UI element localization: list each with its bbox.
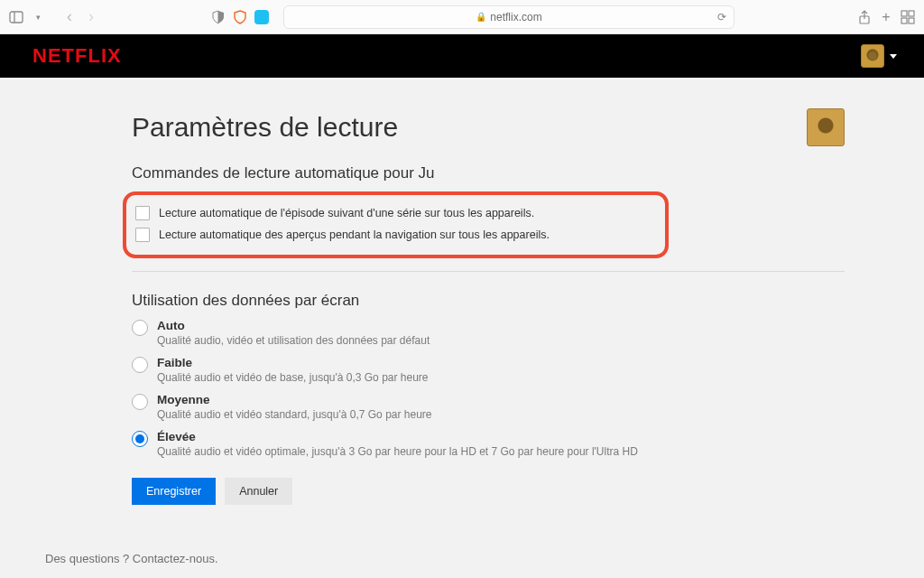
- lock-icon: 🔒: [476, 12, 486, 22]
- svg-rect-6: [909, 18, 914, 23]
- forward-button[interactable]: ›: [88, 7, 94, 26]
- svg-rect-3: [901, 11, 907, 16]
- shield-half-icon[interactable]: [211, 10, 226, 24]
- autoplay-highlight-box: Lecture automatique de l'épisode suivant…: [123, 191, 669, 258]
- avatar-icon: [861, 44, 884, 68]
- url-host: netflix.com: [490, 11, 541, 23]
- profile-menu[interactable]: [861, 44, 897, 68]
- page-body: Paramètres de lecture Commandes de lectu…: [0, 78, 924, 578]
- share-icon[interactable]: [857, 10, 872, 24]
- tabs-grid-icon[interactable]: [901, 10, 915, 24]
- autoplay-section-title: Commandes de lecture automatique pour Ju: [132, 164, 799, 182]
- radio-low-desc: Qualité audio et vidéo de base, jusqu'à …: [157, 371, 429, 384]
- netflix-logo[interactable]: NETFLIX: [32, 44, 122, 68]
- autoplay-next-episode-row[interactable]: Lecture automatique de l'épisode suivant…: [135, 202, 656, 224]
- extension-icon[interactable]: [254, 10, 269, 24]
- sidebar-icon[interactable]: [9, 10, 23, 24]
- radio-low[interactable]: [132, 357, 148, 373]
- radio-high-desc: Qualité audio et vidéo optimale, jusqu'à…: [157, 445, 638, 458]
- svg-rect-4: [909, 11, 914, 16]
- save-button[interactable]: Enregistrer: [132, 478, 216, 505]
- radio-medium[interactable]: [132, 394, 148, 410]
- autoplay-previews-label: Lecture automatique des aperçus pendant …: [159, 228, 550, 241]
- radio-medium-label: Moyenne: [157, 393, 432, 406]
- data-usage-option-high[interactable]: Élevée Qualité audio et vidéo optimale, …: [132, 430, 799, 458]
- profile-avatar-large: [807, 108, 845, 146]
- data-usage-option-auto[interactable]: Auto Qualité audio, vidéo et utilisation…: [132, 319, 799, 347]
- radio-high[interactable]: [132, 431, 148, 447]
- autoplay-next-episode-checkbox[interactable]: [135, 206, 150, 220]
- data-usage-option-low[interactable]: Faible Qualité audio et vidéo de base, j…: [132, 356, 799, 384]
- page-title: Paramètres de lecture: [132, 112, 799, 143]
- svg-rect-5: [901, 18, 907, 23]
- radio-medium-desc: Qualité audio et vidéo standard, jusqu'à…: [157, 408, 432, 421]
- data-usage-option-medium[interactable]: Moyenne Qualité audio et vidéo standard,…: [132, 393, 799, 421]
- browser-chrome: ▾ ‹ › 🔒 netflix.com ⟳ +: [0, 0, 924, 34]
- svg-rect-0: [10, 12, 23, 23]
- footer-contact-link[interactable]: Des questions ? Contactez-nous.: [45, 552, 218, 565]
- cancel-button[interactable]: Annuler: [225, 478, 292, 505]
- autoplay-previews-checkbox[interactable]: [135, 228, 150, 242]
- reload-icon[interactable]: ⟳: [717, 11, 726, 23]
- radio-low-label: Faible: [157, 356, 429, 369]
- radio-high-label: Élevée: [157, 430, 638, 443]
- chevron-down-icon[interactable]: ▾: [31, 10, 45, 24]
- autoplay-previews-row[interactable]: Lecture automatique des aperçus pendant …: [135, 224, 656, 246]
- radio-auto-label: Auto: [157, 319, 430, 332]
- radio-auto[interactable]: [132, 320, 148, 336]
- caret-down-icon: [890, 54, 897, 59]
- new-tab-icon[interactable]: +: [879, 10, 893, 24]
- shield-brave-icon[interactable]: [233, 10, 247, 24]
- address-bar[interactable]: 🔒 netflix.com ⟳: [283, 5, 735, 29]
- back-button[interactable]: ‹: [67, 7, 72, 26]
- data-usage-section-title: Utilisation des données par écran: [132, 292, 799, 310]
- section-divider: [132, 271, 845, 272]
- netflix-header: NETFLIX: [0, 34, 924, 78]
- radio-auto-desc: Qualité audio, vidéo et utilisation des …: [157, 334, 430, 347]
- autoplay-next-episode-label: Lecture automatique de l'épisode suivant…: [159, 207, 534, 219]
